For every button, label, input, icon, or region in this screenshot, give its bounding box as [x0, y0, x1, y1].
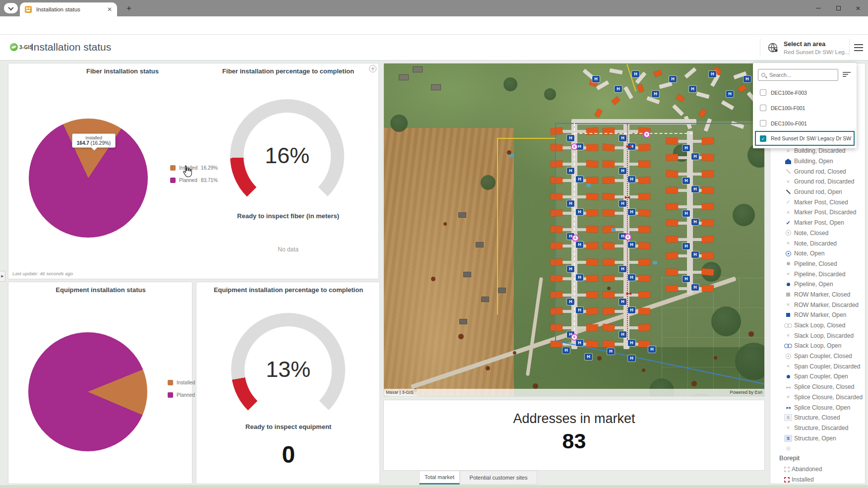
map-feature: [666, 236, 678, 243]
checkbox[interactable]: [760, 89, 766, 96]
map-feature: [561, 179, 571, 182]
option-label: DEC100i-F001: [771, 105, 805, 111]
header-divider2: [849, 39, 850, 57]
map-feature: [481, 297, 489, 302]
map-feature: [498, 288, 506, 293]
tab-search-button[interactable]: [4, 3, 18, 13]
map-feature: [603, 210, 615, 216]
legend-label: Structure, Closed: [794, 414, 840, 421]
map-feature: [481, 175, 496, 190]
legend-row: Pipeline, Closed: [770, 259, 865, 269]
s-gray-icon: S: [784, 414, 792, 421]
map-feature: H: [576, 340, 583, 346]
close-button[interactable]: ✕: [848, 0, 868, 16]
map-feature: [561, 163, 571, 166]
map-feature: 6: [571, 334, 578, 341]
search-icon: [761, 73, 765, 77]
legend-item: Installed 16.29%: [170, 162, 218, 174]
map-feature: [513, 351, 516, 355]
map-feature: ▶◀: [626, 144, 631, 148]
legend-list: ×Building, DiscardedBuilding, OpenGround…: [770, 146, 865, 454]
legend-row: ×Pipeline, Discarded: [770, 269, 865, 279]
groundrod-open-icon: [784, 188, 792, 195]
map-feature: H: [669, 76, 677, 82]
map-feature: [610, 68, 623, 74]
legend-label: Span Coupler, Closed: [794, 353, 852, 360]
map-feature: [551, 243, 562, 249]
map-feature: [607, 287, 611, 290]
building-open-icon: [784, 158, 792, 165]
panel-expander-arrow[interactable]: ▶: [0, 271, 5, 282]
area-option[interactable]: ✓Red Sunset Dr SW/ Legacy Dr SW: [755, 131, 855, 146]
map-feature: [614, 195, 623, 198]
tab-close-icon[interactable]: ✕: [106, 6, 113, 13]
threegis-globe-icon: [10, 43, 18, 51]
checkbox-checked[interactable]: ✓: [760, 135, 766, 142]
map-feature: [638, 177, 650, 184]
panel-drag-icon[interactable]: ✛: [369, 65, 376, 72]
area-option[interactable]: DEC100o-F001: [753, 116, 857, 131]
tab-total-market[interactable]: Total market: [419, 471, 460, 485]
search-input[interactable]: [768, 71, 835, 78]
map-feature: H: [628, 307, 635, 313]
map-feature: [550, 177, 562, 184]
equipment-pie-chart: [28, 332, 147, 451]
map-feature: [390, 115, 408, 132]
map-feature: [551, 209, 563, 216]
area-selector-label: Select an area: [784, 41, 825, 48]
map-feature: [623, 86, 633, 100]
map-feature: H: [744, 76, 751, 82]
map-feature: H: [628, 340, 635, 346]
map-feature: [614, 244, 623, 247]
legend-row: Span Coupler, Open: [770, 371, 865, 382]
map-feature: [701, 268, 714, 276]
map-feature: H: [682, 276, 690, 282]
addresses-title: Addresses in market: [384, 411, 764, 427]
minimize-button[interactable]: [808, 0, 828, 16]
tab-potential-customer-sites[interactable]: Potential customer sites: [460, 471, 537, 485]
map-feature: H: [682, 243, 690, 249]
map-feature: [544, 88, 556, 100]
circledot-gray-icon: [784, 230, 792, 237]
maximize-button[interactable]: [828, 0, 848, 16]
map-feature: 6: [572, 235, 579, 242]
equipment-gauge-value: 13%: [231, 357, 345, 382]
area-option[interactable]: DEC100e-F003: [753, 85, 857, 100]
checkbox[interactable]: [760, 105, 766, 111]
map-feature: [603, 292, 615, 299]
addresses-tabs: Total market Potential customer sites: [383, 471, 765, 485]
map-feature: [638, 226, 650, 233]
map-feature: [603, 177, 615, 183]
hamburger-menu-icon[interactable]: [854, 44, 863, 51]
planned-swatch: [170, 178, 176, 183]
map-feature: H: [619, 168, 626, 174]
map-feature: [602, 324, 615, 331]
map-panel[interactable]: HHHHHHHHHHHHHHHHHHHHHHHHHHHHHHHHHHHHHHHH…: [383, 63, 765, 397]
area-option[interactable]: DEC100i-F001: [753, 100, 857, 116]
map-feature: [586, 324, 598, 331]
map-feature: [533, 383, 538, 389]
map-feature: [738, 84, 747, 92]
new-tab-button[interactable]: +: [124, 3, 134, 13]
check-gray-icon: ✓: [784, 199, 792, 206]
legend-row: Ground rod, Open: [770, 187, 865, 197]
x-icon: ×: [784, 240, 792, 247]
map-attribution: Maxar | 3-GIS Powered by Esri: [384, 389, 764, 396]
map-feature: [551, 161, 562, 168]
map-feature: [561, 326, 571, 329]
map-feature: [702, 138, 714, 145]
search-box[interactable]: [758, 69, 838, 81]
borepit-section-title: Borepit: [779, 454, 800, 462]
browser-tab[interactable]: Installation status ✕: [20, 2, 117, 16]
x-icon: ×: [784, 332, 792, 339]
checkbox[interactable]: [760, 120, 766, 126]
filter-icon[interactable]: [843, 72, 851, 78]
map-feature: [497, 138, 556, 139]
map-feature: H: [585, 354, 592, 360]
square-gray-icon: [784, 291, 792, 298]
legend-label: Slack Loop, Open: [794, 342, 841, 349]
fiber-panel: Fiber installation status Installed 164.…: [8, 63, 379, 279]
area-selector[interactable]: Select an area Red Sunset Dr SW/ Leg...: [766, 40, 847, 57]
attribution-left: Maxar | 3-GIS: [386, 389, 414, 396]
dashboard-header: 3-GIS Installation status Select an area…: [0, 35, 868, 61]
